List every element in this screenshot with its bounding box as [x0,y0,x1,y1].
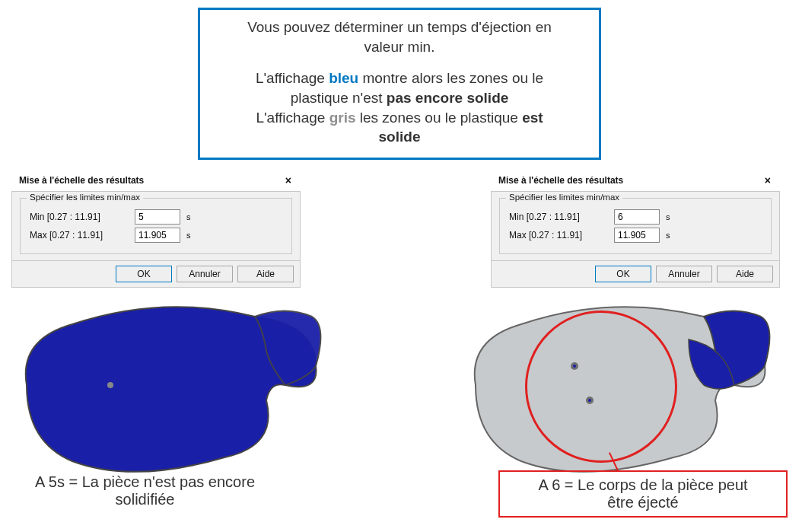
txt: A 6 = Le corps de la pièce peut [538,476,747,493]
min-label: Min [0.27 : 11.91] [30,212,129,222]
txt: plastique n'est [291,90,387,106]
txt: montre alors les zones ou le [358,70,543,86]
max-row: Max [0.27 : 11.91] s [30,228,282,243]
column-left: Mise à l'échelle des résultats × Spécifi… [11,171,369,484]
caption-right: A 6 = Le corps de la pièce peut être éje… [498,470,788,518]
min-label: Min [0.27 : 11.91] [509,212,608,222]
info-line-1: Vous pouvez déterminer un temps d'éjecti… [221,18,578,56]
txt-bold: solide [379,129,421,145]
dialog-titlebar: Mise à l'échelle des résultats × [491,171,780,191]
unit: s [666,212,670,221]
txt-gris: gris [329,110,356,126]
ok-button[interactable]: OK [595,266,651,282]
limits-groupbox: Spécifier les limites min/max Min [0.27 … [20,198,292,254]
txt: A 5s = La pièce n'est pas encore [35,473,255,490]
groupbox-legend: Spécifier les limites min/max [27,193,143,202]
part-svg [460,294,780,484]
txt: être éjecté [607,494,678,511]
close-icon[interactable]: × [760,174,775,186]
max-input[interactable] [135,228,180,243]
min-input[interactable] [614,209,660,225]
scale-dialog: Mise à l'échelle des résultats × Spécifi… [491,171,780,288]
txt-bold: pas encore solide [387,90,509,106]
cancel-button[interactable]: Annuler [656,266,712,282]
info-line-3: L'affichage gris les zones ou le plastiq… [221,108,578,147]
part-render-left [11,294,331,484]
txt: L'affichage [256,110,329,126]
min-input[interactable] [135,209,180,225]
max-row: Max [0.27 : 11.91] s [509,228,762,243]
scale-dialog: Mise à l'échelle des résultats × Spécifi… [11,171,301,288]
max-label: Max [0.27 : 11.91] [509,230,608,241]
dialog-body: Spécifier les limites min/max Min [0.27 … [491,191,780,261]
boss-core-icon [588,399,591,402]
close-icon[interactable]: × [281,174,296,186]
dialog-buttons: OK Annuler Aide [491,261,780,288]
txt: les zones ou le plastique [356,110,523,126]
part-svg [11,294,331,484]
limits-groupbox: Spécifier les limites min/max Min [0.27 … [499,198,772,254]
cancel-button[interactable]: Annuler [177,266,233,282]
max-input[interactable] [614,228,660,243]
help-button[interactable]: Aide [237,266,294,282]
groupbox-legend: Spécifier les limites min/max [506,193,622,202]
txt-blue: bleu [329,70,358,86]
txt-bold: est [522,110,543,126]
info-box: Vous pouvez déterminer un temps d'éjecti… [198,8,601,160]
txt: solidifiée [116,491,175,508]
dialog-body: Spécifier les limites min/max Min [0.27 … [11,191,301,261]
help-button[interactable]: Aide [717,266,773,282]
dialog-titlebar: Mise à l'échelle des résultats × [11,171,301,191]
unit: s [186,212,191,221]
info-line-2: L'affichage bleu montre alors les zones … [221,68,578,107]
unit: s [666,231,670,240]
dialog-title-text: Mise à l'échelle des résultats [498,175,623,186]
txt: valeur min. [364,39,435,55]
boss-core-icon [573,365,576,368]
max-label: Max [0.27 : 11.91] [30,230,129,241]
caption-left: A 5s = La pièce n'est pas encore solidif… [14,473,276,508]
boss-icon [107,382,113,388]
dialog-buttons: OK Annuler Aide [11,261,301,288]
min-row: Min [0.27 : 11.91] s [30,209,282,225]
min-row: Min [0.27 : 11.91] s [509,209,762,225]
ok-button[interactable]: OK [116,266,172,282]
unit: s [186,231,191,240]
column-right: Mise à l'échelle des résultats × Spécifi… [430,171,788,484]
dialog-title-text: Mise à l'échelle des résultats [19,175,144,186]
txt: Vous pouvez déterminer un temps d'éjecti… [247,19,552,35]
part-render-right [460,294,780,484]
txt: L'affichage [256,70,329,86]
